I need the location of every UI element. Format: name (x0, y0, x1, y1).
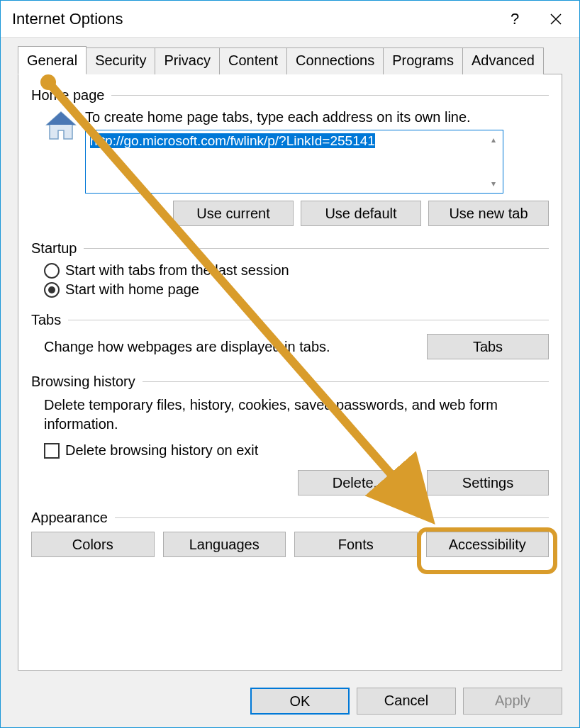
tabs-button[interactable]: Tabs (427, 334, 549, 359)
use-current-button[interactable]: Use current (173, 201, 294, 226)
svg-marker-1 (47, 112, 75, 125)
startup-radio-home-page[interactable]: Start with home page (44, 281, 549, 298)
cancel-button[interactable]: Cancel (357, 688, 456, 715)
help-button[interactable]: ? (494, 4, 535, 34)
appearance-legend: Appearance (31, 510, 108, 526)
tab-privacy[interactable]: Privacy (155, 47, 220, 74)
window-title: Internet Options (12, 10, 494, 28)
close-button[interactable] (535, 4, 576, 34)
dialog-button-row: OK Cancel Apply (250, 688, 562, 715)
use-default-button[interactable]: Use default (301, 201, 421, 226)
dialog-body: General Security Privacy Content Connect… (1, 38, 579, 727)
colors-button[interactable]: Colors (31, 532, 155, 557)
browsing-history-group: Browsing history Delete temporary files,… (31, 374, 549, 495)
titlebar: Internet Options ? (1, 1, 579, 38)
tabs-group: Tabs Change how webpages are displayed i… (31, 312, 549, 359)
homepage-legend: Home page (31, 87, 104, 103)
delete-on-exit-checkbox[interactable]: Delete browsing history on exit (44, 442, 549, 459)
radio-label: Start with home page (65, 281, 199, 298)
apply-button[interactable]: Apply (463, 688, 562, 715)
general-panel: Home page To create home page tabs, type… (18, 74, 562, 671)
appearance-group: Appearance Colors Languages Fonts Access… (31, 510, 549, 557)
homepage-instruction: To create home page tabs, type each addr… (85, 109, 549, 125)
startup-radio-last-session[interactable]: Start with tabs from the last session (44, 262, 549, 279)
checkbox-icon (44, 443, 60, 459)
tab-content[interactable]: Content (219, 47, 287, 74)
startup-group: Startup Start with tabs from the last se… (31, 240, 549, 298)
checkbox-label: Delete browsing history on exit (65, 442, 258, 459)
radio-label: Start with tabs from the last session (65, 262, 289, 279)
settings-button[interactable]: Settings (427, 470, 549, 495)
use-new-tab-button[interactable]: Use new tab (428, 201, 549, 226)
homepage-scrollbar[interactable]: ▴ ▾ (484, 130, 503, 193)
tabs-text: Change how webpages are displayed in tab… (44, 339, 413, 355)
tab-general[interactable]: General (18, 46, 87, 74)
home-icon (44, 109, 78, 143)
internet-options-window: Internet Options ? General Security Priv… (0, 0, 580, 728)
history-legend: Browsing history (31, 374, 135, 390)
tab-security[interactable]: Security (86, 47, 155, 74)
delete-button[interactable]: Delete... (298, 470, 420, 495)
homepage-url: http://go.microsoft.com/fwlink/p/?LinkId… (90, 133, 375, 148)
languages-button[interactable]: Languages (163, 532, 286, 557)
scroll-up-icon[interactable]: ▴ (491, 135, 496, 145)
tab-strip: General Security Privacy Content Connect… (18, 47, 562, 74)
accessibility-button[interactable]: Accessibility (426, 532, 550, 557)
tab-programs[interactable]: Programs (383, 47, 463, 74)
history-text: Delete temporary files, history, cookies… (44, 396, 549, 434)
ok-button[interactable]: OK (250, 688, 350, 715)
fonts-button[interactable]: Fonts (294, 532, 418, 557)
homepage-group: Home page To create home page tabs, type… (31, 87, 549, 226)
startup-legend: Startup (31, 240, 77, 257)
radio-icon (44, 263, 60, 279)
tab-connections[interactable]: Connections (286, 47, 384, 74)
tab-advanced[interactable]: Advanced (462, 47, 544, 74)
homepage-input[interactable]: http://go.microsoft.com/fwlink/p/?LinkId… (85, 130, 503, 194)
radio-icon (44, 282, 60, 298)
tabs-legend: Tabs (31, 312, 61, 328)
scroll-down-icon[interactable]: ▾ (491, 179, 496, 189)
